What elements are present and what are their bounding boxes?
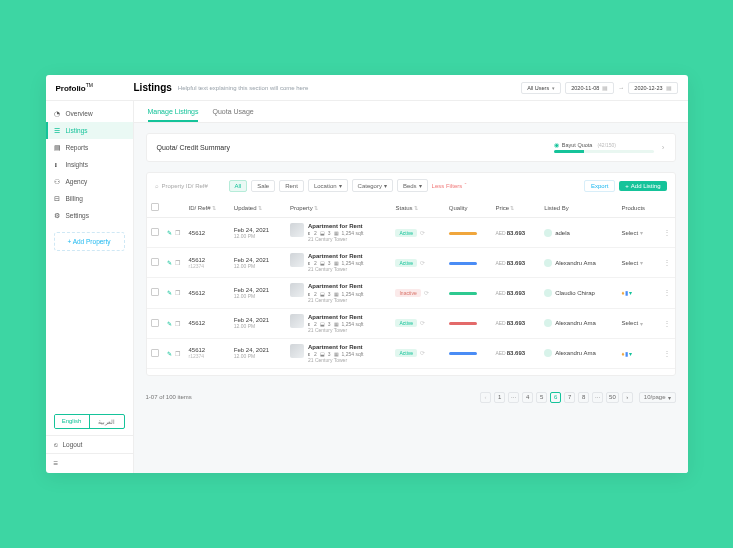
brand-logo: ProfolioTM [56, 82, 134, 93]
date-to[interactable]: 2020-12-23▦ [628, 82, 677, 94]
filter-rent[interactable]: Rent [279, 180, 304, 192]
row-checkbox[interactable] [151, 319, 159, 327]
edit-icon[interactable]: ✎ [167, 351, 172, 357]
area-icon: ▦ [334, 291, 339, 297]
select-all-checkbox[interactable] [151, 203, 159, 211]
row-menu-icon[interactable]: ⋮ [663, 288, 671, 297]
col-property[interactable]: Property⇅ [286, 198, 392, 218]
copy-icon[interactable]: ❐ [175, 321, 180, 327]
cell-property[interactable]: Apartment for Rent⫿2 ⬓3 ▦1,254 sqft21 Ce… [290, 223, 388, 242]
quota-summary-card[interactable]: Quota/ Credit Summary ◉Bayut Quota(42/15… [146, 133, 676, 162]
help-text: Helpful text explaining this section wil… [178, 85, 521, 91]
refresh-icon[interactable]: ⟳ [420, 260, 425, 266]
copy-icon[interactable]: ❐ [175, 260, 180, 266]
page-4[interactable]: 4 [522, 392, 533, 403]
search-input[interactable]: ⌕Property ID/ Ref# [155, 183, 225, 189]
cell-id: 45612 [185, 218, 230, 248]
page-50[interactable]: 50 [606, 392, 619, 403]
filter-all[interactable]: All [229, 180, 248, 192]
lang-arabic[interactable]: العربية [90, 415, 124, 428]
lang-english[interactable]: English [55, 415, 90, 428]
cell-property[interactable]: Apartment for Rent⫿2 ⬓3 ▦1,254 sqft21 Ce… [290, 283, 388, 302]
copy-icon[interactable]: ❐ [175, 230, 180, 236]
cell-property[interactable]: Apartment for Rent⫿2 ⬓3 ▦1,254 sqft21 Ce… [290, 253, 388, 272]
refresh-icon[interactable]: ⟳ [420, 350, 425, 356]
chevron-down-icon: ▾ [419, 182, 422, 189]
page-1[interactable]: 1 [494, 392, 505, 403]
export-button[interactable]: Export [584, 180, 615, 192]
page-next[interactable]: › [622, 392, 633, 403]
row-menu-icon[interactable]: ⋮ [663, 319, 671, 328]
sidebar-item-label: Settings [66, 212, 90, 219]
sidebar-item-agency[interactable]: ⚇Agency [46, 173, 133, 190]
row-menu-icon[interactable]: ⋮ [663, 258, 671, 267]
col-status[interactable]: Status⇅ [391, 198, 444, 218]
cell-listed-by[interactable]: Alexandru Ama [544, 349, 613, 357]
tab-quota-usage[interactable]: Quota Usage [212, 101, 253, 122]
billing-icon: ⊟ [54, 195, 61, 202]
cell-listed-by[interactable]: Claudio Chirap [544, 289, 613, 297]
col-quality: Quality [445, 198, 492, 218]
add-property-button[interactable]: + Add Property [54, 232, 125, 251]
cell-products: ♦▮▾ [617, 338, 658, 368]
row-checkbox[interactable] [151, 258, 159, 266]
edit-icon[interactable]: ✎ [167, 321, 172, 327]
cell-updated: Feb 24, 202112.00 PM [230, 248, 286, 278]
sidebar-item-billing[interactable]: ⊟Billing [46, 190, 133, 207]
collapse-sidebar-button[interactable]: ≡ [46, 453, 133, 473]
cell-property[interactable]: Apartment for Rent⫿2 ⬓3 ▦1,254 sqft21 Ce… [290, 314, 388, 333]
top-filters: All Users▾ 2020-11-08▦ → 2020-12-23▦ [521, 82, 677, 94]
page-7[interactable]: 7 [564, 392, 575, 403]
row-checkbox[interactable] [151, 349, 159, 357]
bath-icon: ⬓ [320, 321, 325, 327]
col-updated[interactable]: Updated⇅ [230, 198, 286, 218]
bed-icon: ⫿ [308, 321, 311, 327]
cell-listed-by[interactable]: Alexandru Ama [544, 259, 613, 267]
filter-beds[interactable]: Beds▾ [397, 179, 428, 192]
copy-icon[interactable]: ❐ [175, 290, 180, 296]
row-menu-icon[interactable]: ⋮ [663, 349, 671, 358]
copy-icon[interactable]: ❐ [175, 351, 180, 357]
filter-category[interactable]: Category▾ [352, 179, 393, 192]
edit-icon[interactable]: ✎ [167, 230, 172, 236]
refresh-icon[interactable]: ⟳ [420, 230, 425, 236]
products-select[interactable]: Select ▾ [621, 229, 654, 236]
sidebar-item-overview[interactable]: ◔Overview [46, 105, 133, 122]
add-listing-button[interactable]: +Add Listing [619, 181, 666, 191]
sidebar-item-insights[interactable]: ⫾Insights [46, 156, 133, 173]
filter-sale[interactable]: Sale [251, 180, 275, 192]
page-6[interactable]: 6 [550, 392, 561, 403]
edit-icon[interactable]: ✎ [167, 260, 172, 266]
page-prev[interactable]: ‹ [480, 392, 491, 403]
cell-listed-by[interactable]: Alexandru Ama [544, 319, 613, 327]
edit-icon[interactable]: ✎ [167, 290, 172, 296]
sidebar-item-settings[interactable]: ⚙Settings [46, 207, 133, 224]
col-price[interactable]: Price⇅ [491, 198, 540, 218]
sidebar-item-label: Listings [66, 127, 88, 134]
cell-property[interactable]: Apartment for Rent⫿2 ⬓3 ▦1,254 sqft21 Ce… [290, 344, 388, 363]
sidebar-item-reports[interactable]: ▤Reports [46, 139, 133, 156]
sidebar-item-listings[interactable]: ☰Listings [46, 122, 133, 139]
products-select[interactable]: Select ▾ [621, 259, 654, 266]
language-toggle[interactable]: English العربية [54, 414, 125, 429]
date-arrow-icon: → [618, 85, 624, 91]
logout-button[interactable]: ⎋ Logout [46, 435, 133, 453]
date-from[interactable]: 2020-11-08▦ [565, 82, 614, 94]
cell-listed-by[interactable]: adela [544, 229, 613, 237]
row-checkbox[interactable] [151, 228, 159, 236]
avatar [544, 289, 552, 297]
filter-location[interactable]: Location▾ [308, 179, 348, 192]
row-menu-icon[interactable]: ⋮ [663, 228, 671, 237]
row-checkbox[interactable] [151, 288, 159, 296]
page-8[interactable]: 8 [578, 392, 589, 403]
page-5[interactable]: 5 [536, 392, 547, 403]
refresh-icon[interactable]: ⟳ [420, 320, 425, 326]
per-page-select[interactable]: 10/page▾ [639, 392, 676, 403]
tab-manage-listings[interactable]: Manage Listings [148, 101, 199, 122]
users-filter[interactable]: All Users▾ [521, 82, 561, 94]
cell-id: 45612r12374 [185, 338, 230, 368]
refresh-icon[interactable]: ⟳ [424, 290, 429, 296]
products-select[interactable]: Select ▾ [621, 320, 654, 327]
col-id[interactable]: ID/ Ref#⇅ [185, 198, 230, 218]
less-filters-toggle[interactable]: Less Filters˄ [432, 182, 468, 189]
